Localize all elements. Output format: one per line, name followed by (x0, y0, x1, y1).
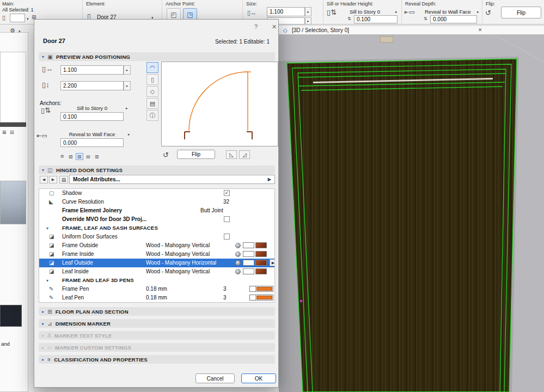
door-height-icon: ▯↕ (42, 81, 50, 88)
nav-back-button[interactable]: ◀ (40, 176, 48, 183)
swing-right-button[interactable]: ◿ (239, 150, 250, 159)
chevron-right-icon[interactable]: ▸ (395, 10, 398, 14)
sill-value-field[interactable]: 0.100 (60, 112, 124, 121)
chevron-down-icon[interactable]: ▾ (19, 29, 21, 33)
preview-mode-plan-button[interactable]: ◠ (146, 62, 158, 73)
attr-row[interactable]: Frame Element JoineryButt Joint (39, 206, 274, 215)
expand-icon[interactable]: ⊞ (2, 130, 7, 135)
pen-swatch[interactable] (249, 286, 273, 292)
preview-mode-elevation-button[interactable]: ▯ (146, 74, 158, 85)
attr-row[interactable]: ▢Shadow✓ (39, 189, 274, 198)
reveal-mode-dropdown[interactable]: Reveal to Wall Face (425, 9, 471, 15)
chevron-right-icon[interactable]: ▸ (477, 10, 479, 14)
reveal-value-field[interactable]: 0.000 (60, 138, 124, 147)
pen-swatch[interactable] (249, 295, 273, 301)
pen-color-swatch[interactable] (243, 260, 254, 266)
display-toggle[interactable]: ▥ (93, 153, 101, 160)
surface-color-swatch[interactable] (255, 251, 267, 257)
attr-row[interactable]: ◪Frame OutsideWood - Mahogany Vertical (39, 241, 274, 250)
section-header-collapsed[interactable]: ▸≡CLASSIFICATION AND PROPERTIES (39, 355, 275, 364)
flip-label: Flip: (486, 1, 495, 7)
pen-color-swatch[interactable] (243, 268, 254, 274)
door-plan-preview[interactable] (161, 62, 278, 146)
gear-icon[interactable]: ⚙ (10, 28, 15, 34)
attr-row[interactable]: ◪Leaf InsideWood - Mahogany Vertical (39, 267, 274, 276)
chevron-down-icon[interactable]: ▾ (27, 17, 29, 21)
chevron-down-icon[interactable]: ▾ (46, 226, 48, 231)
preview-mode-info-button[interactable]: ⓘ (146, 110, 158, 121)
toolbar-section-sill: Sill or Header Height: ▯⇅ Sill to Story … (323, 0, 402, 24)
size-width-field[interactable]: 1.100 (267, 7, 305, 16)
surface-color-swatch[interactable] (255, 268, 267, 274)
checkbox-unchecked[interactable] (224, 216, 230, 222)
door-height-field[interactable]: 2.200 (60, 81, 124, 90)
toggle-icon: ▥ (95, 154, 99, 159)
preview-mode-section-button[interactable]: ▤ (146, 98, 158, 109)
favorites-button[interactable]: ▤ (59, 176, 68, 183)
tab-close-icon[interactable]: ✕ (478, 27, 482, 33)
height-spinner[interactable]: ▸ (124, 81, 131, 90)
dialog-close-button[interactable]: ✕ (272, 23, 277, 30)
door-icon[interactable]: ▯ (2, 15, 5, 21)
attr-row[interactable]: ◣Curve Resolution32 (39, 198, 274, 206)
attr-row[interactable]: ✎Frame Pen0.18 mm3 (39, 285, 274, 293)
attr-subsection-row[interactable]: ▾FRAME AND LEAF 3D PENS (39, 276, 274, 285)
checkbox-checked[interactable]: ✓ (224, 190, 230, 196)
viewport-tab-label[interactable]: [3D / Selection, Story 0] (292, 27, 349, 33)
flip-button[interactable]: Flip (501, 7, 541, 19)
attr-row[interactable]: ✎Leaf Pen0.18 mm3 (39, 293, 274, 302)
view-thumbnail[interactable] (0, 181, 26, 224)
preview-flip-button[interactable]: Flip (177, 150, 215, 159)
swing-left-button[interactable]: ◺ (226, 150, 237, 159)
3d-viewport[interactable] (279, 35, 544, 392)
main-combo[interactable] (10, 14, 25, 22)
display-toggle[interactable]: ⚙ (58, 153, 66, 160)
stepper-icon[interactable]: ⇅ (347, 17, 351, 21)
surface-color-swatch[interactable] (255, 242, 267, 248)
cancel-button[interactable]: Cancel (195, 373, 235, 383)
pen-color-swatch[interactable] (243, 242, 254, 248)
chevron-down-icon[interactable]: ▾ (46, 278, 48, 283)
parameter-group-dropdown[interactable]: Model Attributes... ▶ (69, 175, 275, 184)
stepper-icon[interactable]: ⇅ (424, 17, 427, 21)
texture-sphere-icon[interactable] (235, 260, 241, 266)
chevron-right-icon[interactable]: ▸ (128, 132, 130, 136)
nav-forward-button[interactable]: ▶ (49, 176, 57, 183)
reveal-value-field[interactable]: 0.000 (430, 15, 477, 23)
texture-sphere-icon[interactable] (235, 243, 241, 248)
sill-mode-dropdown[interactable]: Sill to Story 0 (350, 9, 380, 15)
attr-row[interactable]: ◪Frame InsideWood - Mahogany Vertical (39, 250, 274, 259)
preview-thumbnail[interactable] (0, 52, 26, 122)
pen-color-swatch[interactable] (243, 251, 254, 257)
surface-picker-button[interactable]: ▶ (270, 259, 275, 266)
dark-thumbnail[interactable] (0, 305, 22, 327)
reveal-mode-dropdown[interactable]: Reveal to Wall Face (58, 131, 126, 137)
section-header-collapsed[interactable]: ▸⊿DIMENSION MARKER (39, 319, 275, 328)
help-button[interactable]: ? (254, 23, 258, 30)
display-toggle[interactable]: ▤ (84, 153, 92, 160)
chevron-right-icon[interactable]: ▸ (126, 106, 128, 110)
checkbox-unchecked[interactable] (224, 234, 230, 240)
size-spinner-2[interactable]: ▸ (305, 17, 311, 24)
sill-value-field[interactable]: 0.100 (354, 15, 398, 23)
attr-row[interactable]: Override MVO for Door 3D Proj... (39, 215, 274, 224)
attr-row[interactable]: ◪Uniform Door Surfaces (39, 232, 274, 241)
section-header-preview-positioning[interactable]: ▾ ▣ PREVIEW AND POSITIONING (39, 52, 275, 61)
attr-row[interactable]: ◪Leaf OutsideWood - Mahogany Horizontal▶ (39, 259, 274, 267)
size-spinner[interactable]: ▸ (305, 7, 311, 16)
surface-color-swatch[interactable] (255, 260, 267, 266)
ok-button[interactable]: OK (241, 373, 276, 383)
display-toggle[interactable]: ▧ (67, 153, 75, 160)
attr-subsection-row[interactable]: ▾FRAME, LEAF AND SASH SURFACES (39, 224, 274, 232)
texture-sphere-icon[interactable] (235, 269, 241, 274)
collapse-icon[interactable]: ⊟ (10, 130, 14, 135)
door-width-field[interactable]: 1.100 (60, 65, 124, 75)
display-toggle-active[interactable]: ▨ (76, 153, 83, 160)
section-header-hinged-door-settings[interactable]: ▾ ◫ HINGED DOOR SETTINGS (39, 166, 275, 174)
texture-sphere-icon[interactable] (235, 252, 241, 257)
attr-label: Shadow (62, 190, 82, 196)
width-spinner[interactable]: ▸ (124, 65, 131, 75)
sill-mode-dropdown[interactable]: Sill to Story 0 (60, 105, 124, 111)
section-header-collapsed[interactable]: ▸⊞FLOOR PLAN AND SECTION (39, 307, 275, 316)
preview-mode-3d-button[interactable]: ◇ (146, 86, 158, 97)
